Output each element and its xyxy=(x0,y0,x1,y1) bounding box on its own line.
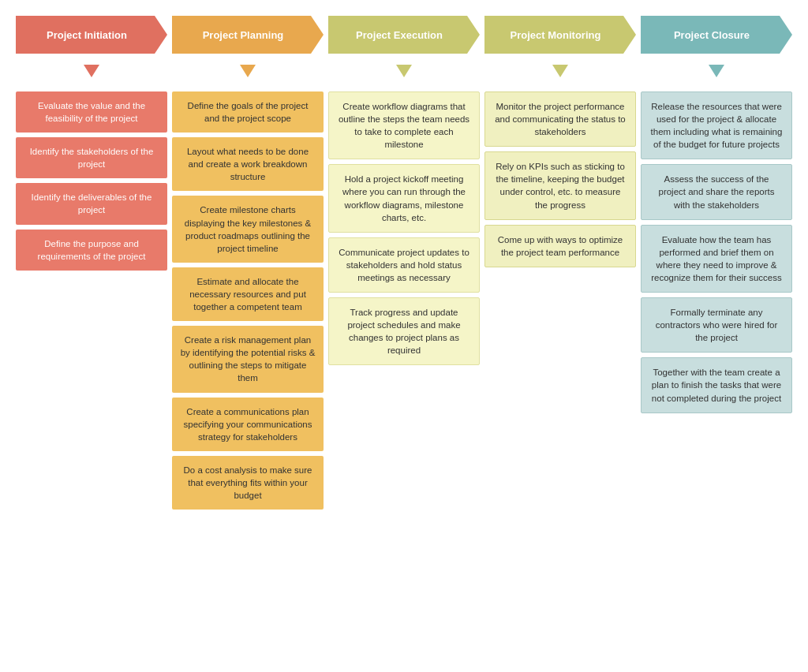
card-initiation-2: Identify the deliverables of the project xyxy=(16,183,167,224)
arrow-cell-initiation xyxy=(16,62,167,80)
card-execution-1: Hold a project kickoff meeting where you… xyxy=(328,164,480,232)
card-planning-6: Do a cost analysis to make sure that eve… xyxy=(172,456,324,510)
card-execution-3: Track progress and update project schedu… xyxy=(328,297,480,365)
arrow-cell-closure xyxy=(641,62,792,80)
columns-area: Evaluate the value and the feasibility o… xyxy=(16,91,792,510)
card-initiation-0: Evaluate the value and the feasibility o… xyxy=(16,91,167,133)
down-arrow-initiation xyxy=(84,65,99,77)
card-planning-1: Layout what needs to be done and create … xyxy=(172,137,324,191)
phase-header-execution: Project Execution xyxy=(328,16,480,54)
card-execution-2: Communicate project updates to stakehold… xyxy=(328,237,480,293)
card-monitoring-1: Rely on KPIs such as sticking to the tim… xyxy=(484,151,636,219)
phase-headers-row: Project Initiation Project Planning Proj… xyxy=(16,16,792,54)
card-closure-3: Formally terminate any contractors who w… xyxy=(641,297,792,353)
arrow-cell-planning xyxy=(172,62,324,80)
phase-header-monitoring: Project Monitoring xyxy=(484,16,636,54)
phase-header-closure: Project Closure xyxy=(641,16,792,54)
down-arrow-execution xyxy=(396,65,412,77)
card-initiation-3: Define the purpose and requirements of t… xyxy=(16,230,167,271)
card-closure-1: Assess the success of the project and sh… xyxy=(641,164,792,219)
card-planning-0: Define the goals of the project and the … xyxy=(172,91,324,133)
card-planning-3: Estimate and allocate the necessary reso… xyxy=(172,267,324,321)
card-monitoring-0: Monitor the project performance and comm… xyxy=(484,91,636,147)
card-execution-0: Create workflow diagrams that outline th… xyxy=(328,91,480,159)
down-arrow-monitoring xyxy=(552,65,568,77)
phase-header-planning: Project Planning xyxy=(172,16,324,54)
column-closure: Release the resources that were used for… xyxy=(641,91,792,413)
card-closure-2: Evaluate how the team has performed and … xyxy=(641,225,792,293)
column-initiation: Evaluate the value and the feasibility o… xyxy=(16,91,167,271)
column-planning: Define the goals of the project and the … xyxy=(172,91,324,510)
column-monitoring: Monitor the project performance and comm… xyxy=(484,91,636,267)
card-initiation-1: Identify the stakeholders of the project xyxy=(16,137,167,178)
down-arrow-closure xyxy=(709,65,724,77)
phase-header-initiation: Project Initiation xyxy=(16,16,167,54)
arrow-cell-monitoring xyxy=(484,62,636,80)
main-container: Project Initiation Project Planning Proj… xyxy=(16,16,792,510)
card-planning-2: Create milestone charts displaying the k… xyxy=(172,196,324,262)
card-monitoring-2: Come up with ways to optimize the projec… xyxy=(484,225,636,267)
card-closure-0: Release the resources that were used for… xyxy=(641,91,792,159)
arrow-cell-execution xyxy=(328,62,480,80)
arrows-row xyxy=(16,62,792,80)
card-closure-4: Together with the team create a plan to … xyxy=(641,357,792,413)
card-planning-5: Create a communications plan specifying … xyxy=(172,398,324,451)
column-execution: Create workflow diagrams that outline th… xyxy=(328,91,480,365)
down-arrow-planning xyxy=(240,65,256,77)
card-planning-4: Create a risk management plan by identif… xyxy=(172,326,324,392)
